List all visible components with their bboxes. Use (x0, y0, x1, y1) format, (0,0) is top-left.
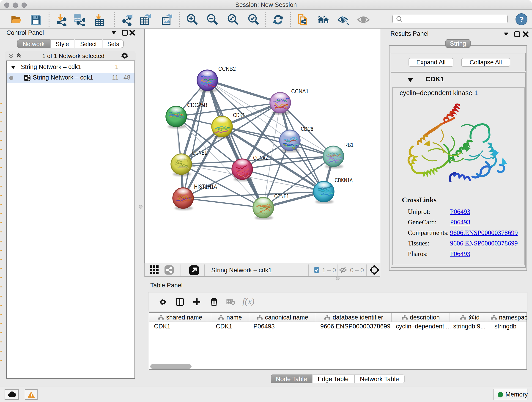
svg-text:RB1: RB1 (344, 141, 354, 148)
svg-text:CCNA1: CCNA1 (291, 88, 309, 95)
svg-text:CDKN1A: CDKN1A (335, 177, 353, 184)
svg-text:CCNB1: CCNB1 (192, 149, 207, 156)
svg-text:CDC6: CDC6 (301, 125, 313, 132)
svg-text:CCNB2: CCNB2 (218, 65, 236, 72)
svg-text:?: ? (519, 15, 524, 24)
svg-text:CDC25B: CDC25B (187, 102, 207, 108)
svg-text:CCNE1: CCNE1 (274, 193, 289, 200)
svg-text:CDK1: CDK1 (233, 112, 245, 119)
svg-text:CCNA2: CCNA2 (253, 154, 268, 161)
svg-text:HIST1H1A: HIST1H1A (194, 183, 217, 190)
